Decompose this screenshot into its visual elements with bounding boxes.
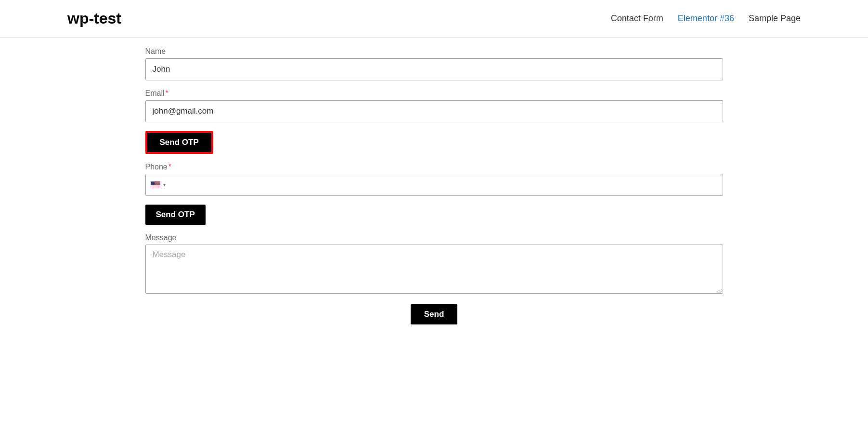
send-otp-phone-button[interactable]: Send OTP — [145, 205, 206, 225]
nav-link-sample-page[interactable]: Sample Page — [749, 13, 801, 23]
form-container: Name Email* Send OTP Phone* ▼ Send OTP M… — [141, 47, 728, 324]
form-group-phone: Phone* ▼ — [145, 163, 723, 196]
send-otp-email-button[interactable]: Send OTP — [145, 131, 213, 154]
email-label: Email* — [145, 89, 723, 98]
site-title: wp-test — [67, 10, 121, 27]
country-flag-selector[interactable]: ▼ — [146, 177, 170, 193]
phone-input-wrapper: ▼ — [145, 174, 723, 196]
email-label-text: Email — [145, 89, 165, 97]
submit-wrapper: Send — [145, 304, 723, 324]
send-button[interactable]: Send — [411, 304, 458, 324]
page-header: wp-test Contact Form Elementor #36 Sampl… — [0, 0, 868, 38]
phone-label-text: Phone — [145, 163, 168, 171]
us-flag-icon — [151, 181, 160, 188]
message-label: Message — [145, 233, 723, 242]
form-group-name: Name — [145, 47, 723, 80]
nav-link-contact-form[interactable]: Contact Form — [611, 13, 663, 23]
nav-menu: Contact Form Elementor #36 Sample Page — [611, 13, 801, 24]
phone-input[interactable] — [170, 174, 722, 195]
form-group-email: Email* — [145, 89, 723, 122]
form-group-send-otp-email: Send OTP — [145, 131, 723, 154]
email-input[interactable] — [145, 100, 723, 122]
name-label: Name — [145, 47, 723, 56]
phone-label: Phone* — [145, 163, 723, 171]
form-group-send-otp-phone: Send OTP — [145, 205, 723, 225]
nav-link-elementor[interactable]: Elementor #36 — [678, 13, 734, 23]
form-group-message: Message — [145, 233, 723, 296]
required-mark: * — [166, 89, 168, 97]
name-input[interactable] — [145, 58, 723, 80]
required-mark: * — [168, 163, 171, 171]
message-textarea[interactable] — [145, 245, 723, 294]
chevron-down-icon: ▼ — [163, 183, 167, 187]
